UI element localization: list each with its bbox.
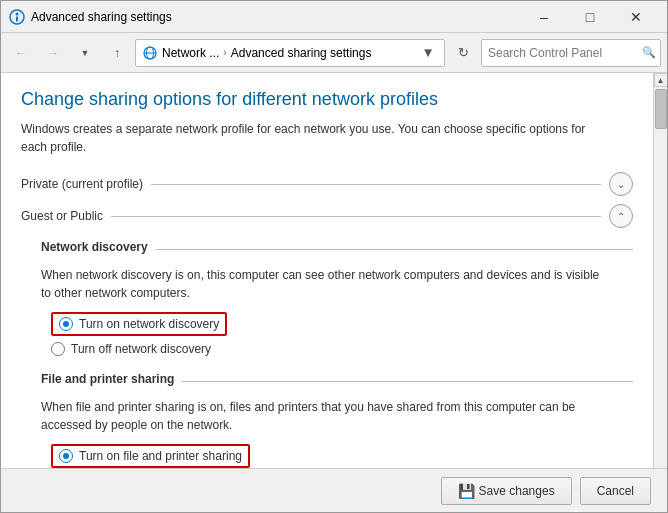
turn-off-discovery-label: Turn off network discovery <box>71 342 211 356</box>
scrollbar-track: ▲ <box>653 73 667 468</box>
minimize-button[interactable]: – <box>521 1 567 33</box>
private-profile-line <box>151 184 601 185</box>
svg-point-1 <box>16 12 19 15</box>
guest-public-profile-section: Guest or Public ⌃ Network discovery When… <box>21 204 633 468</box>
footer: 💾 Save changes Cancel <box>1 468 667 512</box>
file-printer-sharing-title: File and printer sharing <box>41 372 174 386</box>
file-printer-sharing-options: Turn on file and printer sharing Turn of… <box>51 444 633 468</box>
guest-public-profile-line <box>111 216 601 217</box>
page-description: Windows creates a separate network profi… <box>21 120 601 156</box>
network-icon <box>142 45 158 61</box>
close-button[interactable]: ✕ <box>613 1 659 33</box>
guest-public-profile-toggle[interactable]: ⌃ <box>609 204 633 228</box>
cancel-label: Cancel <box>597 484 634 498</box>
search-field[interactable]: 🔍 <box>481 39 661 67</box>
content-area: Change sharing options for different net… <box>1 73 667 468</box>
svg-rect-2 <box>16 16 18 21</box>
address-bar: ← → ▼ ↑ Network ... › Advanced sharing s… <box>1 33 667 73</box>
turn-on-sharing-radio[interactable] <box>59 449 73 463</box>
breadcrumb-separator: › <box>223 47 226 58</box>
turn-on-sharing-dot <box>63 453 69 459</box>
private-profile-label: Private (current profile) <box>21 177 143 191</box>
save-changes-label: Save changes <box>479 484 555 498</box>
window-controls: – □ ✕ <box>521 1 659 33</box>
title-bar: Advanced sharing settings – □ ✕ <box>1 1 667 33</box>
guest-public-profile-content: Network discovery When network discovery… <box>21 232 633 468</box>
window-title: Advanced sharing settings <box>31 10 521 24</box>
up-button[interactable]: ↑ <box>103 39 131 67</box>
network-discovery-options: Turn on network discovery Turn off netwo… <box>51 312 633 356</box>
turn-on-discovery-radio[interactable] <box>59 317 73 331</box>
turn-on-discovery-label: Turn on network discovery <box>79 317 219 331</box>
scrollbar-up-arrow[interactable]: ▲ <box>654 73 668 87</box>
scrollbar-thumb[interactable] <box>655 89 667 129</box>
search-icon: 🔍 <box>642 46 656 59</box>
page-title: Change sharing options for different net… <box>21 89 633 110</box>
turn-off-discovery-option[interactable]: Turn off network discovery <box>51 342 633 356</box>
file-printer-sharing-header: File and printer sharing <box>41 372 633 390</box>
network-discovery-section: Network discovery When network discovery… <box>41 240 633 356</box>
dropdown-recent-button[interactable]: ▼ <box>71 39 99 67</box>
main-window: Advanced sharing settings – □ ✕ ← → ▼ ↑ … <box>0 0 668 513</box>
breadcrumb: Network ... › Advanced sharing settings <box>142 45 414 61</box>
save-changes-button[interactable]: 💾 Save changes <box>441 477 572 505</box>
back-button[interactable]: ← <box>7 39 35 67</box>
turn-on-sharing-option[interactable]: Turn on file and printer sharing <box>51 444 633 468</box>
private-profile-header: Private (current profile) ⌄ <box>21 172 633 196</box>
search-input[interactable] <box>488 46 638 60</box>
refresh-button[interactable]: ↻ <box>449 39 477 67</box>
turn-off-discovery-radio[interactable] <box>51 342 65 356</box>
network-discovery-description: When network discovery is on, this compu… <box>41 266 601 302</box>
network-discovery-header: Network discovery <box>41 240 633 258</box>
forward-button[interactable]: → <box>39 39 67 67</box>
turn-on-discovery-highlight: Turn on network discovery <box>51 312 227 336</box>
guest-public-profile-label: Guest or Public <box>21 209 103 223</box>
turn-on-discovery-dot <box>63 321 69 327</box>
main-content: Change sharing options for different net… <box>1 73 653 468</box>
turn-on-sharing-highlight: Turn on file and printer sharing <box>51 444 250 468</box>
address-field[interactable]: Network ... › Advanced sharing settings … <box>135 39 445 67</box>
file-printer-sharing-description: When file and printer sharing is on, fil… <box>41 398 601 434</box>
turn-on-discovery-option[interactable]: Turn on network discovery <box>51 312 633 336</box>
network-discovery-line <box>156 249 633 250</box>
address-dropdown-button[interactable]: ▼ <box>418 41 438 65</box>
breadcrumb-current: Advanced sharing settings <box>231 46 372 60</box>
window-icon <box>9 9 25 25</box>
turn-on-sharing-label: Turn on file and printer sharing <box>79 449 242 463</box>
breadcrumb-network[interactable]: Network ... <box>162 46 219 60</box>
private-profile-section: Private (current profile) ⌄ <box>21 172 633 196</box>
private-profile-toggle[interactable]: ⌄ <box>609 172 633 196</box>
guest-public-profile-header: Guest or Public ⌃ <box>21 204 633 228</box>
save-icon: 💾 <box>458 483 475 499</box>
file-printer-sharing-line <box>182 381 633 382</box>
network-discovery-title: Network discovery <box>41 240 148 254</box>
file-printer-sharing-section: File and printer sharing When file and p… <box>41 372 633 468</box>
cancel-button[interactable]: Cancel <box>580 477 651 505</box>
maximize-button[interactable]: □ <box>567 1 613 33</box>
